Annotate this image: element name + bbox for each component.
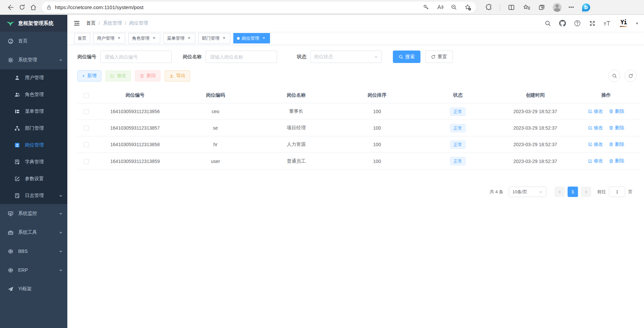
browser-profile-avatar[interactable] <box>553 3 562 12</box>
tab-post-management-active[interactable]: 岗位管理 × <box>233 33 270 43</box>
row-checkbox[interactable] <box>84 126 89 131</box>
browser-home-button[interactable] <box>28 2 39 13</box>
table-header-row: 岗位编号 岗位编码 岗位名称 岗位排序 状态 创建时间 操作 <box>77 87 640 103</box>
add-button[interactable]: + 新增 <box>77 70 101 81</box>
tab-close-icon[interactable]: × <box>222 36 227 41</box>
delete-button[interactable]: 删除 <box>135 70 161 81</box>
page-content: 岗位编号 岗位名称 状态 岗位状态 <box>67 45 644 328</box>
favorites-bar-icon[interactable] <box>522 3 531 11</box>
sidebar-item-system-tools[interactable]: 系统工具 <box>0 223 67 242</box>
header-search-icon[interactable] <box>544 19 552 27</box>
log-document-icon <box>14 193 20 198</box>
tab-role-management[interactable]: 角色管理 × <box>128 33 160 43</box>
row-edit-button[interactable]: 修改 <box>588 158 603 164</box>
status-badge: 正常 <box>450 157 466 165</box>
github-icon[interactable] <box>558 19 567 27</box>
row-edit-button[interactable]: 修改 <box>588 125 603 131</box>
goto-page-input[interactable] <box>609 187 625 197</box>
toolbox-icon <box>7 230 13 235</box>
read-aloud-icon[interactable] <box>437 4 443 10</box>
row-edit-button[interactable]: 修改 <box>588 141 603 147</box>
browser-toolbar: https://ccnetcore.com:1101/system/post <box>0 0 644 15</box>
page-size-select[interactable]: 10条/页 <box>509 187 546 197</box>
row-delete-button[interactable]: 删除 <box>609 125 624 131</box>
extensions-icon[interactable] <box>485 3 493 11</box>
tab-department-management[interactable]: 部门管理 × <box>198 33 230 43</box>
show-search-toggle-button[interactable] <box>608 70 620 82</box>
col-header-post-name: 岗位名称 <box>256 92 337 98</box>
sidebar-item-user-management[interactable]: 用户管理 <box>0 69 67 86</box>
sidebar-item-log-management[interactable]: 日志管理 <box>0 187 67 204</box>
sidebar-item-post-management[interactable]: 岗位管理 <box>0 137 67 154</box>
tab-user-management[interactable]: 用户管理 × <box>93 33 125 43</box>
address-bar[interactable]: https://ccnetcore.com:1101/system/post <box>42 2 476 13</box>
browser-settings-more-icon[interactable]: ••• <box>569 5 574 10</box>
avatar-caret-down-icon[interactable]: ▾ <box>636 21 638 26</box>
export-button[interactable]: 导出 <box>165 70 190 81</box>
password-key-icon[interactable] <box>423 4 429 10</box>
tab-menu-management[interactable]: 菜单管理 × <box>163 33 195 43</box>
prev-page-button[interactable] <box>554 187 565 197</box>
sidebar-item-system-monitor[interactable]: 系统监控 <box>0 204 67 223</box>
bing-chat-icon[interactable]: b <box>581 3 591 12</box>
sidebar-item-label: 首页 <box>18 38 28 44</box>
text-size-icon[interactable] <box>603 19 611 27</box>
row-delete-button[interactable]: 删除 <box>609 108 624 114</box>
row-checkbox[interactable] <box>84 142 89 147</box>
edit-button[interactable]: 修改 <box>105 70 131 81</box>
collections-icon[interactable] <box>538 3 546 11</box>
cell-post-sort: 100 <box>337 142 417 147</box>
post-code-input[interactable] <box>100 51 172 63</box>
browser-back-button[interactable] <box>5 2 16 13</box>
tab-close-icon[interactable]: × <box>187 36 192 41</box>
tab-home[interactable]: 首页 <box>74 33 90 43</box>
row-checkbox[interactable] <box>84 159 89 164</box>
goto-label: 前往 <box>597 189 606 195</box>
status-select[interactable]: 岗位状态 <box>310 51 382 63</box>
sidebar-item-bbs[interactable]: BBS <box>0 242 67 261</box>
split-screen-icon[interactable] <box>507 3 515 11</box>
sidebar-item-parameter-settings[interactable]: 参数设置 <box>0 170 67 187</box>
chevron-down-icon <box>59 250 63 253</box>
sidebar-item-role-management[interactable]: 角色管理 <box>0 86 67 103</box>
cell-post-id: 1641030593112313857 <box>95 125 175 131</box>
row-checkbox[interactable] <box>84 109 89 114</box>
select-all-checkbox[interactable] <box>84 93 89 98</box>
add-favorite-star-icon[interactable] <box>465 4 471 11</box>
sidebar-item-menu-management[interactable]: 菜单管理 <box>0 103 67 120</box>
sidebar-item-dictionary-management[interactable]: 字典管理 <box>0 154 67 170</box>
url-text[interactable]: https://ccnetcore.com:1101/system/post <box>55 4 423 10</box>
col-header-post-id: 岗位编号 <box>95 92 175 98</box>
chevron-up-icon <box>59 58 63 62</box>
sidebar-collapse-icon[interactable] <box>73 19 81 27</box>
sidebar-item-system-management[interactable]: 系统管理 <box>0 51 67 69</box>
row-edit-button[interactable]: 修改 <box>588 108 603 114</box>
refresh-table-button[interactable] <box>624 70 637 82</box>
search-button[interactable]: 搜索 <box>393 51 420 63</box>
sidebar-item-home[interactable]: 首页 <box>0 32 67 51</box>
cell-post-code: user <box>175 159 256 164</box>
user-avatar[interactable]: Yi <box>618 18 629 29</box>
tab-label: 部门管理 <box>202 35 219 41</box>
help-question-icon[interactable] <box>573 19 581 27</box>
site-security-lock-icon[interactable] <box>46 5 52 10</box>
page-number-button[interactable]: 1 <box>568 187 578 197</box>
browser-refresh-button[interactable] <box>16 2 28 13</box>
sidebar-item-erp[interactable]: ERP <box>0 261 67 280</box>
post-name-input[interactable] <box>206 51 277 63</box>
chevron-down-icon <box>59 194 63 198</box>
tab-close-icon[interactable]: × <box>151 36 157 41</box>
sidebar-item-department-management[interactable]: 部门管理 <box>0 120 67 137</box>
tab-close-icon[interactable]: × <box>261 36 266 41</box>
fullscreen-icon[interactable] <box>588 19 596 27</box>
tab-close-icon[interactable]: × <box>116 36 122 41</box>
next-page-button[interactable] <box>581 187 591 197</box>
row-delete-button[interactable]: 删除 <box>609 158 624 164</box>
breadcrumb-home[interactable]: 首页 <box>86 20 96 26</box>
sidebar-item-label: 菜单管理 <box>25 108 44 114</box>
row-delete-button[interactable]: 删除 <box>609 141 624 147</box>
sidebar-item-yi-framework[interactable]: Yi框架 <box>0 280 67 298</box>
reset-button[interactable]: 重置 <box>425 51 453 63</box>
zoom-out-icon[interactable] <box>451 4 457 10</box>
post-badge-icon <box>14 142 20 148</box>
